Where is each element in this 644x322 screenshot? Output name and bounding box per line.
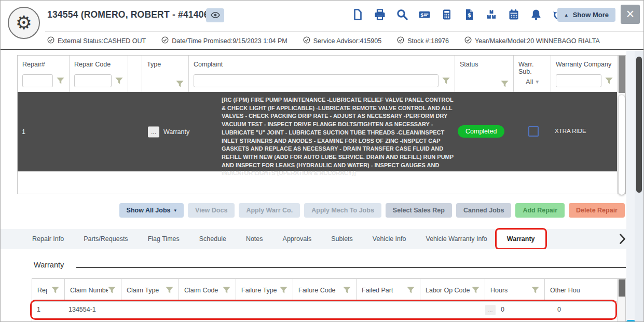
filter-funnel-icon[interactable]	[108, 287, 116, 293]
wcolumn-repair-number: Repair#	[32, 279, 65, 301]
notifications-bell-icon[interactable]	[530, 8, 542, 21]
title-divider	[45, 31, 643, 32]
right-gutter	[626, 51, 635, 322]
column-repair-number: Repair#	[18, 56, 70, 92]
column-repair-code: Repair Code	[70, 56, 128, 92]
circle-check-icon	[303, 36, 310, 45]
calendar-icon[interactable]	[508, 8, 520, 21]
tab-repair-info[interactable]: Repair Info	[22, 229, 74, 249]
repair-number-filter-input[interactable]	[22, 74, 53, 87]
page-scrollbar-thumb[interactable]	[636, 57, 642, 193]
warranty-section-rule	[76, 267, 626, 268]
tab-sublets[interactable]: Sublets	[321, 229, 363, 249]
bottom-scroll-indicator	[626, 320, 635, 322]
repair-row-selected[interactable]: 1 ... Warranty [RC (FPM) FIRE PUMP MAINT…	[18, 92, 618, 171]
column-actions	[128, 56, 142, 92]
filter-funnel-icon[interactable]	[407, 287, 415, 293]
filter-funnel-icon[interactable]	[501, 81, 509, 87]
canned-jobs-button[interactable]: Canned Jobs	[456, 203, 512, 218]
filter-funnel-icon[interactable]	[472, 287, 479, 293]
labor-op-code-more-button[interactable]: ...	[485, 305, 496, 315]
claim-repair-number-cell: 1	[37, 306, 40, 313]
warr-sub-checkbox[interactable]	[528, 126, 539, 137]
header-toolbar: $ $	[351, 8, 565, 21]
wcolumn-failure-code: Failure Code	[293, 279, 357, 301]
filter-funnel-icon[interactable]	[343, 287, 351, 293]
warranty-company-filter-input[interactable]	[556, 74, 601, 87]
warranty-claim-row[interactable]: 1 134554-1 ... 0 0	[32, 301, 618, 318]
repair-code-filter-input[interactable]	[74, 74, 112, 87]
tab-warranty[interactable]: Warranty	[497, 229, 545, 249]
print-icon[interactable]	[374, 8, 386, 21]
wcolumn-other-hours: Other Hou	[545, 279, 618, 301]
tab-schedule[interactable]: Schedule	[189, 229, 236, 249]
delete-repair-button[interactable]: Delete Repair	[569, 203, 625, 218]
filter-funnel-icon[interactable]	[280, 287, 287, 293]
service-ro-window: ⚙ 134554 (ROMERO, ROBERT - #414067) $	[0, 0, 644, 322]
filter-funnel-icon[interactable]	[223, 287, 230, 293]
show-all-jobs-button[interactable]: Show All Jobs ▾	[119, 203, 184, 218]
tab-parts-requests[interactable]: Parts/Requests	[74, 229, 138, 249]
wcolumn-hours: Hours	[485, 279, 545, 301]
document-icon[interactable]	[351, 8, 364, 21]
tab-vehicle-warranty-info[interactable]: Vehicle Warranty Info	[416, 229, 497, 249]
show-more-button[interactable]: ▲ Show More	[557, 8, 615, 22]
column-type: Type	[142, 56, 189, 92]
complaint-filter-input[interactable]	[194, 74, 439, 87]
search-icon[interactable]	[396, 8, 408, 21]
gear-logo-icon: ⚙	[8, 7, 40, 39]
header: ⚙ 134554 (ROMERO, ROBERT - #414067) $	[1, 1, 643, 50]
apply-warr-co-button[interactable]: Apply Warr Co.	[239, 203, 300, 218]
calculator-icon[interactable]	[441, 8, 453, 21]
apply-mech-to-jobs-button[interactable]: Apply Mech To Jobs	[304, 203, 381, 218]
action-buttons: Show All Jobs ▾ View Docs Apply Warr Co.…	[119, 203, 625, 218]
column-complaint: Complaint	[189, 56, 455, 92]
wcolumn-failure-type: Failure Type	[236, 279, 293, 301]
repairs-grid-scrollbar[interactable]	[617, 56, 625, 194]
filter-funnel-icon[interactable]	[442, 77, 450, 84]
view-toggle-button[interactable]	[206, 8, 224, 22]
circle-check-icon	[161, 36, 169, 45]
repair-type-cell: Warranty	[163, 128, 189, 136]
caret-down-icon: ▾	[536, 78, 539, 85]
parts-boxes-icon[interactable]	[485, 8, 498, 21]
circle-check-icon	[47, 36, 54, 45]
filter-funnel-icon[interactable]	[531, 287, 539, 293]
tab-flag-times[interactable]: Flag Times	[138, 229, 189, 249]
warr-sub-filter-dropdown[interactable]: All ▾	[514, 78, 551, 86]
repairs-grid-scrollbar-track[interactable]	[619, 95, 625, 195]
filter-funnel-icon[interactable]	[176, 81, 184, 87]
warranty-grid: Repair# Claim Number Claim Type Claim Co…	[32, 278, 626, 322]
repairs-grid-scrollbar-thumb[interactable]	[619, 56, 625, 93]
close-button[interactable]: ×	[621, 5, 640, 24]
wcolumn-claim-code: Claim Code	[179, 279, 236, 301]
view-docs-button[interactable]: View Docs	[188, 203, 235, 218]
add-repair-button[interactable]: Add Repair	[515, 203, 565, 218]
filter-funnel-icon[interactable]	[166, 287, 173, 293]
tab-vehicle-info[interactable]: Vehicle Info	[363, 229, 416, 249]
wcolumn-claim-type: Claim Type	[121, 279, 179, 301]
tabs-scroll-right-chevron-icon[interactable]	[619, 233, 626, 247]
invoice-dollar-icon[interactable]: $	[463, 8, 475, 21]
column-warranty-company: Warranty Company	[551, 56, 618, 92]
wcolumn-claim-number: Claim Number	[65, 279, 121, 301]
filter-funnel-icon[interactable]	[51, 287, 59, 293]
warranty-grid-scrollbar[interactable]	[617, 279, 625, 322]
status-year-make-model: Year/Make/Model:20 WINNEBAGO RIALTA	[464, 36, 600, 45]
status-service-advisor: Service Advisor:415905	[303, 36, 381, 45]
status-badge: Completed	[458, 125, 504, 138]
tab-approvals[interactable]: Approvals	[273, 229, 322, 249]
detail-tabs: Repair Info Parts/Requests Flag Times Sc…	[1, 229, 628, 249]
filter-funnel-icon[interactable]	[57, 77, 64, 84]
filter-funnel-icon[interactable]	[605, 77, 613, 84]
repair-more-button[interactable]: ...	[148, 126, 159, 137]
tab-notes[interactable]: Notes	[236, 229, 273, 249]
payment-check-icon[interactable]: $	[418, 8, 431, 21]
caret-down-icon: ▾	[174, 208, 177, 213]
column-warr-sub: Warr. Sub. All ▾	[514, 56, 551, 92]
svg-text:$: $	[420, 12, 424, 18]
other-hours-cell: 0	[557, 306, 561, 313]
select-sales-rep-button[interactable]: Select Sales Rep	[386, 203, 452, 218]
filter-funnel-icon[interactable]	[115, 77, 123, 84]
warranty-grid-scrollbar-thumb[interactable]	[619, 279, 625, 297]
